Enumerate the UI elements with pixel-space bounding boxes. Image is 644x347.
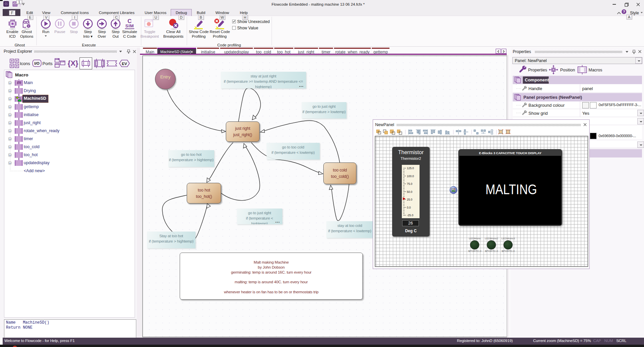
svg-text:125.0: 125.0 (407, 166, 414, 170)
svg-text:EV: EV (122, 62, 127, 66)
svg-text:50.0: 50.0 (407, 190, 413, 194)
svg-text:25.0: 25.0 (407, 198, 413, 201)
svg-text:{X}: {X} (68, 59, 78, 67)
svg-text:75.0: 75.0 (407, 182, 413, 186)
svg-text:-25.0: -25.0 (407, 214, 414, 217)
svg-text:100.0: 100.0 (407, 175, 414, 178)
svg-text:0.0: 0.0 (407, 206, 411, 209)
svg-text:I/O: I/O (34, 61, 39, 65)
svg-text:m: m (17, 80, 21, 85)
